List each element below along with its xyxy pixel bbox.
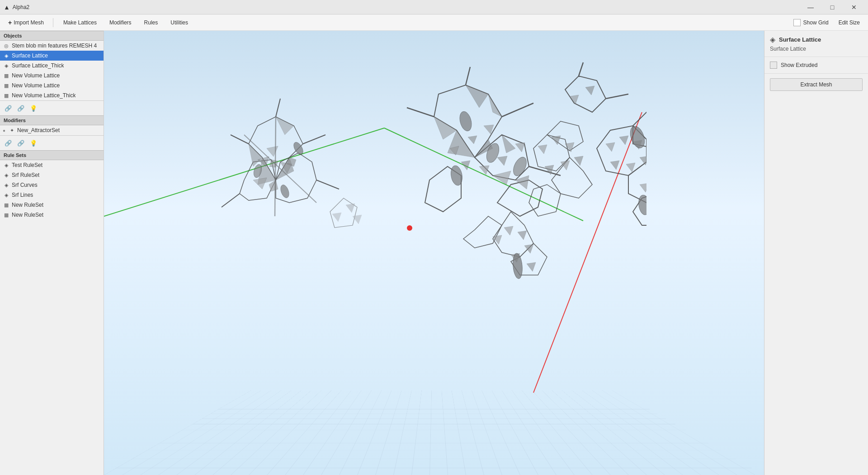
ruleset-new-2-label: New RuleSet: [12, 212, 43, 218]
object-new-volume-lattice-thick-label: New Volume Lattice_Thick: [12, 92, 75, 99]
object-surface-lattice[interactable]: ◈ Surface Lattice: [0, 51, 104, 61]
utilities-menu[interactable]: Utilities: [165, 18, 193, 28]
surface-lattice-title-row: ◈ Surface Lattice: [770, 35, 863, 44]
titlebar-controls: — □ ✕: [800, 0, 864, 14]
import-mesh-button[interactable]: + Import Mesh: [4, 17, 48, 28]
object-surface-lattice-thick[interactable]: ◈ Surface Lattice_Thick: [0, 61, 104, 71]
svg-line-19: [606, 94, 628, 99]
rulesets-header: Rule Sets: [0, 150, 104, 160]
svg-point-5: [279, 184, 290, 199]
modifiers-list: ● ✦ New_AttractorSet: [0, 125, 104, 135]
show-grid-area: Show Grid: [793, 19, 829, 26]
make-lattices-menu[interactable]: Make Lattices: [58, 18, 102, 28]
extract-mesh-button[interactable]: Extract Mesh: [770, 78, 863, 91]
plus-icon: +: [8, 19, 12, 26]
svg-line-1: [303, 135, 326, 144]
ruleset-srf-curves-label: Srf Curves: [12, 182, 38, 188]
modifiers-link-btn-1[interactable]: 🔗: [3, 138, 14, 148]
svg-line-18: [579, 62, 583, 76]
object-new-volume-lattice-1-label: New Volume Lattice: [12, 72, 60, 79]
object-surface-lattice-label: Surface Lattice: [12, 52, 48, 59]
svg-line-11: [502, 103, 533, 117]
object-new-volume-lattice-1[interactable]: ▦ New Volume Lattice: [0, 71, 104, 81]
ruleset-srf-curves[interactable]: ◈ Srf Curves: [0, 180, 104, 190]
svg-line-8: [275, 117, 276, 216]
show-extruded-label: Show Extruded: [781, 62, 817, 68]
ruleset-icon-5: ▦: [3, 211, 10, 218]
modifiers-light-btn[interactable]: 💡: [28, 138, 39, 148]
svg-line-0: [276, 99, 280, 117]
ruleset-srf-lines[interactable]: ◈ Srf Lines: [0, 190, 104, 200]
ruleset-icon-1: ◈: [3, 171, 10, 179]
viewport[interactable]: [104, 31, 764, 475]
vol-thick-icon: ▦: [3, 92, 10, 99]
menu-separator: [53, 18, 53, 27]
objects-list: ◎ Stem blob min features REMESH 4 ◈ Surf…: [0, 41, 104, 100]
object-stem-blob[interactable]: ◎ Stem blob min features REMESH 4: [0, 41, 104, 51]
import-mesh-label: Import Mesh: [14, 19, 44, 26]
lattice-thick-icon: ◈: [3, 62, 10, 69]
extract-mesh-section: Extract Mesh: [764, 74, 868, 95]
surface-lattice-title: Surface Lattice: [779, 36, 821, 43]
object-stem-blob-label: Stem blob min features REMESH 4: [12, 43, 97, 49]
objects-link-btn-2[interactable]: 🔗: [15, 103, 26, 114]
ruleset-test[interactable]: ◈ Test RuleSet: [0, 160, 104, 170]
svg-point-20: [512, 253, 524, 279]
ruleset-icon-4: ▦: [3, 201, 10, 209]
minimize-button[interactable]: —: [800, 0, 821, 14]
surface-lattice-section: ◈ Surface Lattice Surface Lattice: [764, 31, 868, 57]
vol-icon-1: ▦: [3, 82, 10, 89]
sidebar: Objects ◎ Stem blob min features REMESH …: [0, 31, 104, 475]
rules-menu[interactable]: Rules: [139, 18, 164, 28]
mesh-icon: ◎: [3, 42, 10, 49]
surface-lattice-subtitle: Surface Lattice: [770, 46, 863, 52]
lattice-structure: [194, 53, 646, 361]
right-panel: ◈ Surface Lattice Surface Lattice Show E…: [764, 31, 868, 475]
app-title: Alpha2: [13, 4, 29, 10]
svg-line-13: [407, 108, 434, 117]
object-new-volume-lattice-thick[interactable]: ▦ New Volume Lattice_Thick: [0, 90, 104, 100]
svg-point-23: [637, 195, 646, 216]
svg-line-2: [316, 180, 339, 189]
ruleset-srf-lines-label: Srf Lines: [12, 192, 33, 198]
menubar-right: Show Grid Edit Size: [793, 18, 864, 28]
svg-line-4: [222, 194, 240, 207]
attractor-icon: ✦: [8, 127, 15, 134]
object-new-volume-lattice-2[interactable]: ▦ New Volume Lattice: [0, 81, 104, 90]
ruleset-new-2[interactable]: ▦ New RuleSet: [0, 210, 104, 220]
vol-icon-0: ▦: [3, 72, 10, 79]
menubar: + Import Mesh Make Lattices Modifiers Ru…: [0, 14, 868, 31]
objects-link-btn-1[interactable]: 🔗: [3, 103, 14, 114]
ruleset-test-label: Test RuleSet: [12, 162, 42, 168]
object-new-volume-lattice-2-label: New Volume Lattice: [12, 82, 60, 89]
modifiers-toolbar: 🔗 🔗 💡: [0, 135, 104, 150]
svg-point-7: [292, 141, 305, 156]
titlebar-left: ▲ Alpha2: [4, 4, 29, 11]
objects-light-btn[interactable]: 💡: [28, 103, 39, 114]
titlebar: ▲ Alpha2 — □ ✕: [0, 0, 868, 14]
modifier-attractor[interactable]: ● ✦ New_AttractorSet: [0, 125, 104, 135]
modifiers-link-btn-2[interactable]: 🔗: [15, 138, 26, 148]
object-surface-lattice-thick-label: Surface Lattice_Thick: [12, 62, 64, 69]
objects-toolbar: 🔗 🔗 💡: [0, 100, 104, 115]
edit-size-button[interactable]: Edit Size: [834, 18, 864, 28]
svg-point-17: [511, 155, 529, 178]
app-icon: ▲: [4, 4, 10, 11]
svg-point-14: [458, 110, 474, 133]
modifiers-header: Modifiers: [0, 115, 104, 125]
maximize-button[interactable]: □: [822, 0, 843, 14]
ruleset-new-1[interactable]: ▦ New RuleSet: [0, 200, 104, 210]
close-button[interactable]: ✕: [844, 0, 864, 14]
ruleset-srf[interactable]: ◈ Srf RuleSet: [0, 170, 104, 180]
rulesets-list: ◈ Test RuleSet ◈ Srf RuleSet ◈ Srf Curve…: [0, 160, 104, 475]
modifiers-menu[interactable]: Modifiers: [104, 18, 137, 28]
grid-overlay: [104, 390, 764, 475]
show-extruded-checkbox[interactable]: [770, 62, 777, 69]
ruleset-icon-0: ◈: [3, 162, 10, 169]
surface-lattice-icon: ◈: [770, 35, 775, 44]
svg-line-10: [466, 67, 470, 85]
show-grid-checkbox[interactable]: [793, 19, 801, 26]
show-grid-label: Show Grid: [803, 19, 829, 26]
show-extruded-row: Show Extruded: [764, 57, 868, 74]
main: Objects ◎ Stem blob min features REMESH …: [0, 31, 868, 475]
